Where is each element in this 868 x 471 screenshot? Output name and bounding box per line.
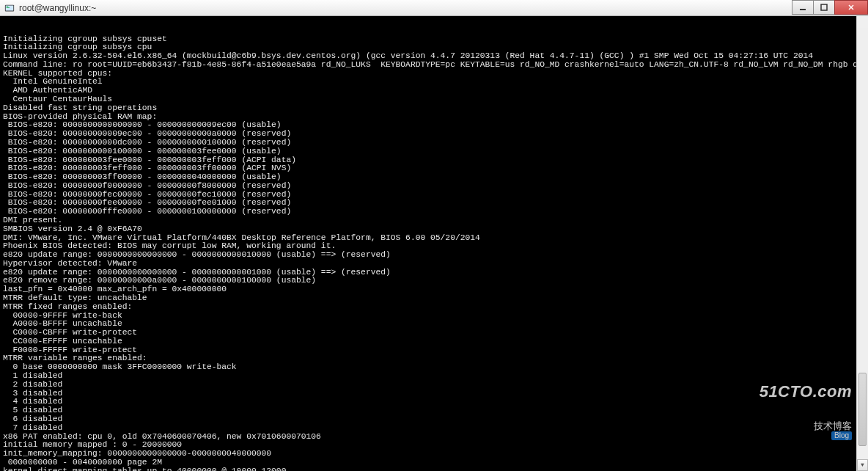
terminal-line: BIOS-e820: 00000000fffe0000 - 0000000100…	[3, 208, 865, 216]
terminal-line: C0000-CBFFF write-protect	[3, 329, 865, 337]
terminal-line: Intel GenuineIntel	[3, 78, 865, 87]
window-titlebar: root@wangyllinux:~	[0, 0, 868, 16]
svg-rect-2	[7, 6, 9, 7]
terminal-line: MTRR default type: uncachable	[3, 294, 865, 303]
terminal-line: CC000-EFFFF uncachable	[3, 337, 865, 346]
minimize-button[interactable]	[792, 0, 814, 15]
svg-rect-4	[800, 9, 806, 10]
maximize-button[interactable]	[813, 0, 835, 15]
terminal-line: 0000000000 - 0040000000 page 2M	[3, 459, 865, 467]
window-title: root@wangyllinux:~	[19, 3, 96, 13]
terminal-line: SMBIOS version 2.4 @ 0xF6A70	[3, 225, 865, 234]
terminal-line: 1 disabled	[3, 372, 865, 381]
terminal-line: AMD AuthenticAMD	[3, 87, 865, 95]
terminal-line: 6 disabled	[3, 415, 865, 424]
scroll-track[interactable]	[857, 28, 868, 459]
window-buttons	[792, 0, 868, 16]
terminal-line: BIOS-e820: 00000000000dc000 - 0000000000…	[3, 139, 865, 147]
terminal-line: 5 disabled	[3, 406, 865, 415]
terminal-output[interactable]: Initializing cgroup subsys cpusetInitial…	[0, 16, 868, 471]
terminal-line: kernel direct mapping tables up to 40000…	[3, 467, 865, 471]
terminal-line: 3 disabled	[3, 390, 865, 398]
svg-rect-5	[821, 4, 827, 10]
terminal-line: KERNEL supported cpus:	[3, 70, 865, 78]
terminal-line: 7 disabled	[3, 424, 865, 433]
close-button[interactable]	[834, 0, 868, 15]
scroll-down-button[interactable]: ▼	[857, 459, 868, 471]
scrollbar[interactable]: ▲ ▼	[856, 16, 868, 471]
terminal-line: 2 disabled	[3, 381, 865, 390]
terminal-line: Hypervisor detected: VMware	[3, 260, 865, 269]
terminal-line: MTRR fixed ranges enabled:	[3, 303, 865, 312]
terminal-line: BIOS-e820: 00000000f0000000 - 00000000f8…	[3, 182, 865, 191]
terminal-line: Disabled fast string operations	[3, 104, 865, 113]
terminal-line: 4 disabled	[3, 398, 865, 406]
svg-rect-3	[7, 7, 10, 8]
scroll-thumb[interactable]	[858, 373, 867, 446]
terminal-line: Command line: ro root=UUID=eb6b3437-f81b…	[3, 61, 865, 70]
terminal-line: 0 base 0000000000 mask 3FFC0000000 write…	[3, 363, 865, 372]
terminal-line: DMI present.	[3, 216, 865, 225]
terminal-line: 00000-9FFFF write-back	[3, 312, 865, 321]
app-icon	[4, 3, 15, 13]
terminal-line: BIOS-e820: 0000000000100000 - 000000003f…	[3, 147, 865, 156]
terminal-lines: Initializing cgroup subsys cpusetInitial…	[3, 35, 865, 471]
